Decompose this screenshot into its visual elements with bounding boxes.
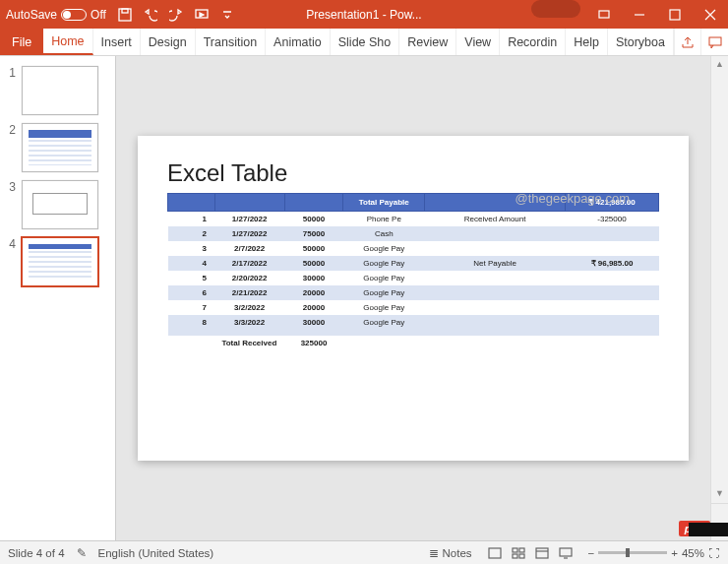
table-row: 21/27/202275000Cash	[168, 226, 659, 241]
tab-transitions[interactable]: Transition	[196, 29, 266, 55]
tab-help[interactable]: Help	[566, 29, 608, 55]
share-button[interactable]	[674, 29, 701, 55]
slide-title: Excel Table	[167, 159, 659, 187]
zoom-out-icon[interactable]: −	[588, 547, 595, 559]
ribbon-display-icon[interactable]	[586, 0, 622, 29]
table-row: 11/27/202250000Phone PeReceived Amount-3…	[168, 212, 659, 227]
tab-insert[interactable]: Insert	[93, 29, 141, 55]
tab-storyboard[interactable]: Storyboa	[608, 29, 674, 55]
close-button[interactable]	[693, 0, 728, 29]
svg-rect-4	[670, 10, 680, 20]
svg-rect-0	[119, 9, 131, 21]
slide-counter: Slide 4 of 4	[8, 547, 65, 559]
svg-rect-9	[513, 554, 517, 558]
qat-more-icon[interactable]	[214, 0, 240, 29]
ribbon-tabs: File Home Insert Design Transition Anima…	[0, 29, 728, 56]
title-bar: AutoSave Off Presentation1 - Pow...	[0, 0, 728, 29]
zoom-controls[interactable]: − + 45% ⛶	[588, 547, 720, 559]
maximize-button[interactable]	[657, 0, 693, 29]
svg-rect-5	[709, 37, 721, 45]
thumb-1[interactable]: 1	[0, 62, 115, 119]
thumb-preview	[22, 123, 98, 172]
svg-rect-11	[536, 548, 548, 558]
table-row: 73/2/202220000Google Pay	[168, 300, 659, 315]
tab-home[interactable]: Home	[43, 29, 92, 55]
svg-rect-10	[519, 554, 524, 558]
thumb-4[interactable]: 4	[0, 233, 115, 290]
tab-slideshow[interactable]: Slide Sho	[331, 29, 400, 55]
thumb-3[interactable]: 3	[0, 176, 115, 233]
svg-rect-1	[122, 9, 128, 13]
table-row: 32/7/202250000Google Pay	[168, 241, 659, 256]
watermark: @thegeekpage.com	[515, 191, 630, 206]
undo-icon[interactable]	[138, 0, 163, 29]
view-buttons	[484, 544, 576, 562]
table-row: 62/21/202220000Google Pay	[168, 285, 659, 300]
minimize-button[interactable]	[622, 0, 657, 29]
workspace: 1 2 3 4 Excel Table @thegeekpage.com Tot…	[0, 56, 728, 540]
language-indicator[interactable]: English (United States)	[98, 547, 214, 559]
svg-rect-6	[489, 548, 501, 558]
slide-editor[interactable]: Excel Table @thegeekpage.com Total Payab…	[116, 56, 710, 540]
sorter-view-icon[interactable]	[508, 544, 529, 562]
slideshow-view-icon[interactable]	[555, 544, 576, 562]
svg-rect-7	[513, 548, 517, 552]
spellcheck-icon[interactable]: ✎	[77, 546, 87, 560]
toggle-icon	[61, 9, 87, 21]
window-title: Presentation1 - Pow...	[306, 8, 421, 22]
overlay-box	[689, 523, 728, 536]
notes-button[interactable]: ≣ Notes	[429, 546, 471, 560]
excel-table: Total Payable₹ 421,985.00 11/27/20225000…	[167, 193, 659, 350]
redo-icon[interactable]	[163, 0, 189, 29]
tab-design[interactable]: Design	[141, 29, 196, 55]
normal-view-icon[interactable]	[484, 544, 506, 562]
tab-animations[interactable]: Animatio	[266, 29, 331, 55]
tab-review[interactable]: Review	[399, 29, 456, 55]
fit-window-icon[interactable]: ⛶	[708, 547, 720, 559]
slide-panel[interactable]: 1 2 3 4	[0, 56, 116, 540]
autosave-toggle[interactable]: AutoSave Off	[0, 8, 112, 22]
tab-recording[interactable]: Recordin	[500, 29, 566, 55]
thumb-preview	[22, 66, 98, 115]
thumb-2[interactable]: 2	[0, 119, 115, 176]
svg-rect-8	[519, 548, 524, 552]
thumb-preview	[22, 180, 98, 229]
user-badge[interactable]	[531, 0, 580, 18]
slideshow-start-icon[interactable]	[189, 0, 214, 29]
autosave-label: AutoSave	[6, 8, 57, 22]
comments-button[interactable]	[700, 29, 728, 55]
table-row: 42/17/202250000Google PayNet Payable₹ 96…	[168, 256, 659, 271]
zoom-in-icon[interactable]: +	[671, 547, 678, 559]
save-icon[interactable]	[112, 0, 138, 29]
svg-rect-12	[560, 548, 572, 556]
vertical-scrollbar[interactable]: ▲ ▼	[710, 56, 728, 540]
table-row: 52/20/202230000Google Pay	[168, 271, 659, 285]
autosave-state: Off	[91, 8, 106, 22]
zoom-level[interactable]: 45%	[682, 547, 704, 559]
zoom-slider[interactable]	[598, 551, 667, 554]
svg-rect-3	[599, 11, 609, 18]
scroll-down-icon[interactable]: ▼	[711, 485, 728, 501]
slide-canvas[interactable]: Excel Table @thegeekpage.com Total Payab…	[138, 136, 689, 461]
file-tab[interactable]: File	[0, 29, 43, 55]
tab-view[interactable]: View	[456, 29, 500, 55]
table-row: 83/3/202230000Google Pay	[168, 315, 659, 330]
status-bar: Slide 4 of 4 ✎ English (United States) ≣…	[0, 540, 728, 564]
reading-view-icon[interactable]	[531, 544, 553, 562]
thumb-preview	[22, 237, 98, 286]
scroll-up-icon[interactable]: ▲	[711, 56, 728, 72]
